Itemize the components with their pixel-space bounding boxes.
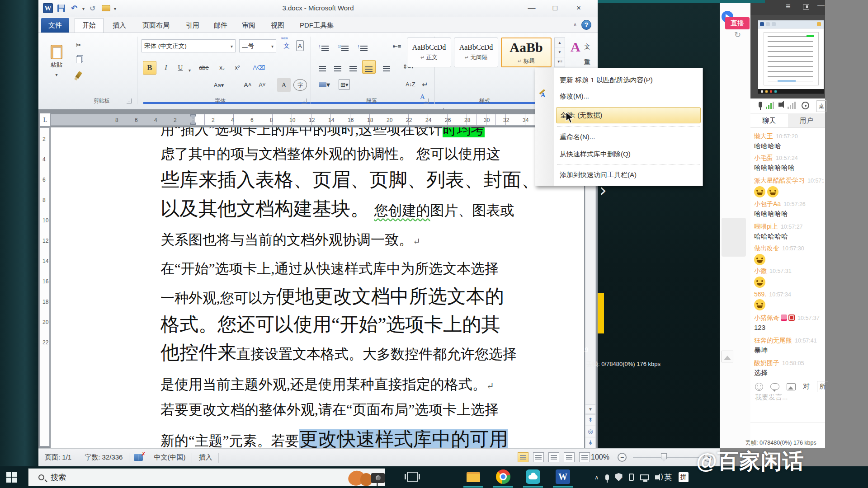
zoom-out-icon[interactable]: −: [618, 453, 627, 462]
ribbon-tab-9[interactable]: PDF工具集: [292, 18, 341, 33]
justify-icon[interactable]: [362, 60, 376, 74]
display-icon[interactable]: [640, 474, 649, 480]
change-styles-icon[interactable]: A: [571, 39, 580, 55]
stream-preview-thumbnail[interactable]: [758, 20, 824, 94]
emoji-picker-icon[interactable]: [755, 383, 763, 391]
numbering-icon[interactable]: [335, 40, 351, 52]
decrease-indent-icon[interactable]: ⇤≡: [390, 40, 404, 52]
shrink-font-icon[interactable]: A˅: [255, 78, 269, 92]
clear-formatting-icon[interactable]: A⌫: [253, 61, 265, 74]
taskbar-search-box[interactable]: 搜索: [28, 468, 385, 486]
usb-icon[interactable]: [629, 474, 634, 481]
styles-gallery-scroll[interactable]: ▲ ▼ ▼≡: [554, 38, 565, 67]
clipboard-dialog-launcher[interactable]: [127, 99, 132, 103]
ribbon-tab-4[interactable]: 页面布局: [135, 18, 177, 33]
file-explorer-icon[interactable]: [466, 469, 481, 484]
sort-icon[interactable]: A↓Z: [403, 78, 418, 91]
ribbon-tab-2[interactable]: 开始: [75, 18, 104, 33]
style-card-heading[interactable]: AaBb 标题: [501, 38, 552, 67]
phonetic-guide-icon[interactable]: wén文: [281, 40, 292, 52]
chat-message-list[interactable]: 懒大王10:57:20哈哈哈哈小毛蛋10:57:24哈哈哈哈哈哈派大星酷酷爱学习…: [750, 128, 825, 381]
ime-pinyin-icon[interactable]: 拼: [679, 472, 689, 482]
next-page-icon[interactable]: ↡: [585, 437, 595, 448]
ribbon-tab-5[interactable]: 引用: [179, 18, 207, 33]
ime-language-icon[interactable]: 英: [665, 472, 672, 483]
zoom-slider-thumb[interactable]: [661, 453, 667, 461]
close-button[interactable]: ×: [569, 2, 589, 14]
paragraph-dialog-launcher[interactable]: [424, 99, 429, 103]
horizontal-ruler[interactable]: 8642246810121416182022242628303234: [51, 114, 583, 126]
font-name-combo[interactable]: 宋体 (中文正文): [142, 39, 236, 52]
fullscreen-reading-icon[interactable]: [533, 452, 544, 462]
chrome-icon[interactable]: [495, 469, 511, 484]
status-language[interactable]: 中文(中国): [147, 453, 192, 462]
italic-button[interactable]: I: [160, 61, 172, 74]
layout-icon[interactable]: [803, 5, 809, 9]
menu-item-1[interactable]: 更新 标题 1 以匹配所选内容(P): [556, 72, 701, 88]
font-dialog-launcher[interactable]: [302, 99, 307, 103]
start-button[interactable]: [6, 472, 17, 483]
gallery-down-icon[interactable]: ▼: [555, 47, 565, 57]
menu-item-3[interactable]: 全选: (无数据): [556, 107, 701, 123]
menu-icon[interactable]: ≡: [786, 2, 791, 11]
mic-icon[interactable]: [759, 102, 762, 108]
ribbon-tab-6[interactable]: 邮件: [207, 18, 235, 33]
webcam-icon[interactable]: [802, 102, 809, 109]
menu-item-6[interactable]: 添加到快速访问工具栏(A): [556, 167, 701, 183]
character-border-icon[interactable]: A: [296, 40, 304, 51]
status-insert-mode[interactable]: 插入: [192, 453, 218, 462]
word-taskbar-icon[interactable]: W: [555, 469, 571, 484]
minimize-button[interactable]: —: [522, 2, 542, 14]
chat-username[interactable]: 569.: [754, 291, 766, 298]
copy-icon[interactable]: [72, 54, 85, 66]
maximize-button[interactable]: □: [545, 2, 565, 14]
bold-button[interactable]: B: [143, 61, 156, 75]
grow-font-icon[interactable]: A˄: [241, 78, 255, 92]
live-badge[interactable]: 直播: [725, 17, 750, 29]
cut-icon[interactable]: ✂: [72, 39, 85, 51]
print-layout-icon[interactable]: [518, 452, 528, 462]
style-card-no-spacing[interactable]: AaBbCcDd 无间隔: [454, 38, 498, 67]
chat-input-placeholder[interactable]: 我要发言...: [755, 393, 788, 402]
send-image-icon[interactable]: [787, 383, 796, 390]
font-size-combo[interactable]: 二号: [239, 39, 276, 52]
tab-users[interactable]: 用户: [788, 114, 826, 127]
underline-dropdown-icon[interactable]: [189, 66, 191, 74]
tab-selector-icon[interactable]: [40, 113, 51, 127]
style-card-normal[interactable]: AaBbCcDd 正文: [407, 38, 451, 67]
align-right-icon[interactable]: [347, 60, 359, 73]
chat-username[interactable]: 小微: [754, 267, 767, 274]
chat-username[interactable]: 懒大王: [754, 132, 773, 140]
menu-item-4[interactable]: 重命名(N)...: [556, 129, 701, 145]
menu-item-2[interactable]: 修改(M)...: [556, 88, 701, 104]
ribbon-tab-1[interactable]: 文件: [41, 18, 69, 33]
enclose-characters-icon[interactable]: 字: [293, 79, 307, 91]
strikethrough-button[interactable]: abe: [198, 61, 210, 74]
chat-username[interactable]: 派大星酷酷爱学习: [754, 177, 805, 184]
volume-icon[interactable]: [655, 475, 658, 479]
menu-item-5[interactable]: 从快速样式库中删除(Q): [556, 146, 701, 162]
superscript-button[interactable]: x²: [231, 61, 244, 74]
tab-chat[interactable]: 聊天: [750, 114, 788, 127]
scroll-down-icon[interactable]: ▼: [585, 404, 595, 413]
chat-username[interactable]: 酸奶团子: [754, 359, 779, 366]
bullets-icon[interactable]: [316, 40, 331, 52]
security-shield-icon[interactable]: [615, 473, 623, 481]
underline-button[interactable]: U: [174, 61, 187, 74]
outline-view-icon[interactable]: [564, 452, 575, 462]
select-browse-object-icon[interactable]: ◎: [585, 426, 595, 436]
audience-selector[interactable]: 所: [817, 381, 828, 392]
gallery-up-icon[interactable]: ▲: [555, 38, 565, 47]
align-center-icon[interactable]: [331, 60, 344, 73]
align-left-icon[interactable]: [316, 60, 329, 73]
previous-page-icon[interactable]: ↟: [585, 414, 595, 425]
document-page[interactable]: 用“插入”选项卡上的库中的项时,这些项在设计时均考虑了其中的项与文档整体外观的协…: [51, 127, 584, 448]
help-icon[interactable]: ?: [581, 20, 591, 30]
status-page[interactable]: 页面: 1/1: [38, 453, 78, 462]
ribbon-tab-8[interactable]: 视图: [264, 18, 292, 33]
tray-mic-icon[interactable]: [605, 474, 609, 480]
ribbon-tab-7[interactable]: 审阅: [235, 18, 263, 33]
paste-button[interactable]: 粘贴: [44, 38, 69, 84]
tray-expand-icon[interactable]: ∧: [594, 474, 599, 481]
chat-username[interactable]: 小包子Aa: [754, 200, 781, 207]
